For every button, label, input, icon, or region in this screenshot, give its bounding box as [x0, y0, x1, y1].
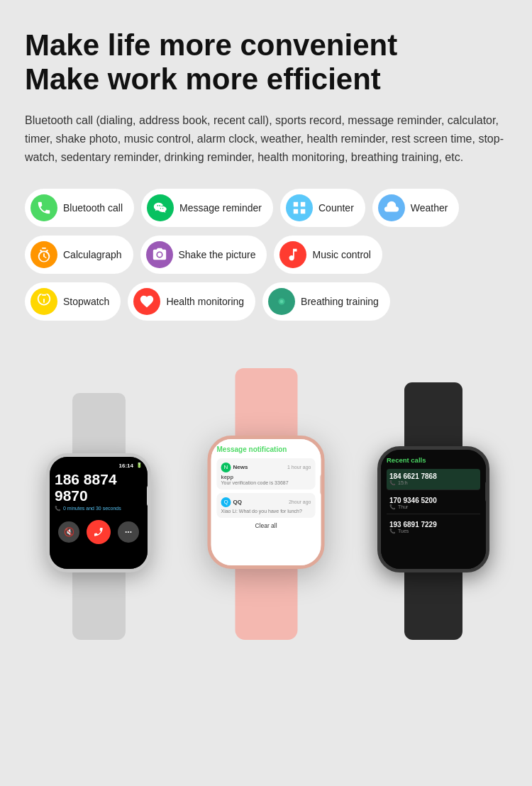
- page-container: Make life more convenient Make work more…: [0, 0, 532, 661]
- shake-picture-label: Shake the picture: [179, 249, 256, 260]
- watch-left-band-bottom: [72, 572, 126, 640]
- call-duration: 📞: [55, 506, 61, 511]
- watch-left-band-top: [72, 393, 126, 453]
- more-icon: ···: [125, 527, 132, 537]
- watch-left-case: 16:14 🔋 186 8874 9870 📞 0 minutes and 30…: [46, 453, 151, 572]
- watch-right-case: Recent calls 184 6621 7868 📞 15:h 170 93…: [377, 446, 489, 572]
- svg-point-2: [280, 299, 284, 303]
- call-entry-3: 193 6891 7229 📞 Tues: [387, 517, 480, 538]
- calculagraph-label: Calculagraph: [63, 249, 122, 260]
- qq-app-name: QQ: [233, 499, 242, 505]
- call-meta-1: 15:h: [398, 480, 408, 485]
- news-icon: N: [221, 463, 231, 472]
- call-duration-text: 0 minutes and 30 seconds: [63, 506, 121, 511]
- call-entry-2: 170 9346 5200 📞 Thur: [387, 493, 480, 514]
- watch-left-time: 16:14: [119, 463, 133, 469]
- music-control-label: Music control: [312, 249, 370, 260]
- call-icon-1: 📞: [389, 480, 396, 486]
- counter-label: Counter: [318, 202, 354, 214]
- qq-icon: Q: [221, 497, 231, 507]
- feature-weather[interactable]: Weather: [372, 189, 460, 227]
- watch-left: 16:14 🔋 186 8874 9870 📞 0 minutes and 30…: [46, 393, 151, 640]
- feature-shake-picture[interactable]: Shake the picture: [140, 236, 267, 274]
- call-meta-3: Tues: [398, 528, 409, 533]
- heart-icon: [133, 288, 160, 315]
- more-button[interactable]: ···: [118, 521, 139, 543]
- main-title: Make life more convenient Make work more…: [25, 28, 507, 97]
- phone-icon: [31, 194, 57, 221]
- watch-middle: Message notification N News 1 hour ago k…: [208, 368, 325, 640]
- call-number-1: 184 6621 7868: [389, 472, 477, 480]
- watch-left-screen: 16:14 🔋 186 8874 9870 📞 0 minutes and 30…: [50, 457, 148, 569]
- news-sender: kepp: [221, 474, 311, 480]
- mute-button[interactable]: 🔇: [58, 521, 79, 543]
- mute-icon: 🔇: [64, 527, 74, 537]
- qq-time: 2hour ago: [289, 499, 311, 504]
- qq-message: Xiao Li: What do you have for lunch?: [221, 509, 311, 514]
- feature-breathing-training[interactable]: Breathing training: [262, 282, 390, 321]
- watch-middle-case: Message notification N News 1 hour ago k…: [208, 436, 325, 569]
- grid-icon: [286, 194, 313, 221]
- watch-middle-crown: [321, 473, 325, 496]
- watch-right: Recent calls 184 6621 7868 📞 15:h 170 93…: [377, 382, 489, 640]
- music-icon: [279, 241, 306, 268]
- watch-middle-band-top: [235, 368, 297, 436]
- end-call-icon: [93, 526, 104, 538]
- call-number-2: 170 9346 5200: [389, 497, 477, 504]
- bluetooth-call-label: Bluetooth call: [63, 202, 123, 214]
- header-section: Make life more convenient Make work more…: [25, 28, 507, 167]
- call-meta-2: Thur: [398, 504, 408, 509]
- end-call-button[interactable]: [87, 520, 111, 544]
- features-row-3: Stopwatch Health monitoring: [25, 282, 507, 321]
- features-row-1: Bluetooth call Message reminder Counter: [25, 189, 507, 227]
- call-number-display: 186 8874 9870: [55, 471, 143, 504]
- feature-message-reminder[interactable]: Message reminder: [141, 189, 273, 227]
- watch-middle-band-bottom: [235, 569, 297, 640]
- watch-middle-body: Message notification N News 1 hour ago k…: [208, 368, 325, 640]
- feature-bluetooth-call[interactable]: Bluetooth call: [25, 189, 134, 227]
- notification-news: N News 1 hour ago kepp Your verification…: [217, 458, 316, 489]
- notification-title: Message notification: [217, 445, 316, 453]
- watch-right-body: Recent calls 184 6621 7868 📞 15:h 170 93…: [377, 382, 489, 640]
- leaf-icon: [268, 288, 295, 315]
- call-entry-1: 184 6621 7868 📞 15:h: [387, 469, 480, 490]
- weather-label: Weather: [411, 202, 448, 214]
- call-icon-3: 📞: [389, 528, 396, 534]
- watch-left-body: 16:14 🔋 186 8874 9870 📞 0 minutes and 30…: [46, 393, 151, 640]
- wechat-icon: [147, 194, 174, 221]
- news-app-name: News: [233, 464, 248, 470]
- feature-counter[interactable]: Counter: [280, 189, 365, 227]
- cloud-icon: [378, 194, 405, 221]
- news-message: Your verification code is 33687: [221, 480, 311, 485]
- watch-right-crown: [485, 481, 489, 502]
- health-monitoring-label: Health monitoring: [166, 296, 244, 307]
- watch-middle-screen: Message notification N News 1 hour ago k…: [211, 439, 321, 565]
- watch-right-screen: Recent calls 184 6621 7868 📞 15:h 170 93…: [381, 450, 486, 569]
- recent-calls-title: Recent calls: [387, 456, 480, 464]
- features-row-2: Calculagraph Shake the picture Music con…: [25, 236, 507, 274]
- feature-music-control[interactable]: Music control: [274, 236, 382, 274]
- camera-icon: [146, 241, 173, 268]
- call-number-3: 193 6891 7229: [389, 521, 477, 528]
- feature-calculagraph[interactable]: Calculagraph: [25, 236, 133, 274]
- watch-left-crown: [147, 485, 151, 507]
- message-reminder-label: Message reminder: [179, 202, 262, 214]
- watch-right-band-bottom: [404, 572, 462, 640]
- stopwatch-icon: [31, 288, 57, 315]
- notification-qq: Q QQ 2hour ago Xiao Li: What do you have…: [217, 493, 316, 518]
- clear-all-label[interactable]: Clear all: [217, 522, 316, 529]
- timer-icon: [31, 241, 57, 268]
- description-text: Bluetooth call (dialing, address book, r…: [25, 111, 507, 167]
- feature-health-monitoring[interactable]: Health monitoring: [128, 282, 255, 321]
- stopwatch-label: Stopwatch: [63, 296, 109, 307]
- breathing-training-label: Breathing training: [301, 296, 379, 307]
- news-time: 1 hour ago: [287, 465, 311, 470]
- battery-icon: 🔋: [136, 463, 143, 468]
- watch-right-band-top: [404, 382, 462, 446]
- call-icon-2: 📞: [389, 504, 396, 510]
- feature-stopwatch[interactable]: Stopwatch: [25, 282, 121, 321]
- features-grid: Bluetooth call Message reminder Counter: [25, 189, 507, 321]
- watches-section: 16:14 🔋 186 8874 9870 📞 0 minutes and 30…: [25, 342, 507, 640]
